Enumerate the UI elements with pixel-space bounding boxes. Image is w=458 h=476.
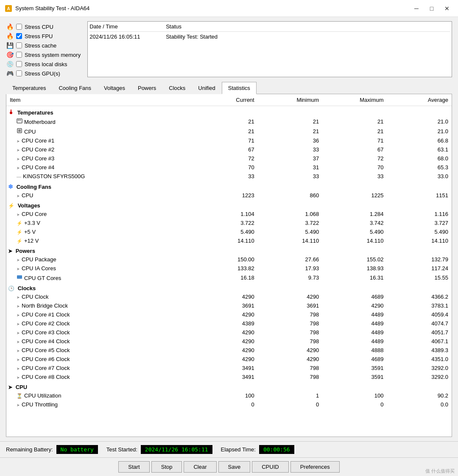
tab-unified[interactable]: Unified [192,82,221,94]
temperatures-maximum-4: 72 [322,154,387,163]
stress-fpu-checkbox[interactable] [16,33,22,39]
data-panel[interactable]: Item Current Minimum Maximum Average Tem… [6,94,452,437]
clocks-item-icon-4: ➤ [17,331,20,335]
stress-disks-icon: 💿 [6,60,14,68]
minimize-button[interactable]: ─ [411,4,422,13]
svg-rect-5 [18,120,19,120]
temperatures-current-1: 21 [193,126,257,136]
cpu-item-icon-0: ⏳ [17,393,22,399]
app-icon: A [5,5,12,12]
stop-button[interactable]: Stop [151,461,182,473]
temperatures-average-0: 21.0 [387,117,452,126]
tab-cooling-fans[interactable]: Cooling Fans [52,82,98,94]
bottom-buttons: Start Stop Clear Save CPUID Preferences [0,457,458,476]
svg-rect-8 [18,129,21,132]
log-header: Date / Time Status [89,23,450,32]
temperatures-minimum-3: 33 [258,145,322,154]
voltages-item-label-2: +5 V [24,229,36,235]
clocks-item-icon-3: ➤ [17,322,20,326]
close-button[interactable]: ✕ [441,4,453,13]
svg-rect-9 [17,275,22,279]
section-voltages: ⚡ Voltages [6,200,452,210]
clocks-minimum-9: 798 [258,372,322,381]
clocks-item-label-8: CPU Core #7 Clock [22,365,70,371]
stress-cpu-label: Stress CPU [25,24,53,30]
clocks-item-icon-6: ➤ [17,349,20,353]
temperatures-current-0: 21 [193,117,257,126]
powers-item-label-0: CPU Package [22,256,56,263]
tab-powers[interactable]: Powers [131,82,162,94]
title-bar-left: A System Stability Test - AIDA64 [5,5,89,12]
powers-item-label-2: CPU GT Cores [24,275,61,281]
stress-gpu-checkbox[interactable] [16,70,22,76]
clocks-section-icon: 🕒 [8,285,14,291]
log-col-date-header: Date / Time [89,23,166,30]
svg-rect-3 [11,109,11,112]
app-title: System Stability Test - AIDA64 [15,5,89,11]
cpuid-button[interactable]: CPUID [252,461,288,473]
temperatures-maximum-6: 33 [322,172,387,181]
tab-voltages[interactable]: Voltages [98,82,131,94]
tab-statistics[interactable]: Statistics [222,82,257,94]
voltages-minimum-1: 3.722 [258,218,322,227]
stress-options: 🔥Stress CPU🔥Stress FPU💾Stress cache🎯Stre… [6,21,81,77]
powers-current-0: 150.00 [193,255,257,264]
powers-minimum-1: 17.93 [258,264,322,273]
temperatures-minimum-6: 33 [258,172,322,181]
stress-cpu-checkbox[interactable] [16,24,22,30]
clocks-average-9: 3292.0 [387,372,452,381]
clocks-maximum-1: 4290 [322,301,387,310]
stress-item-stress-cpu: 🔥Stress CPU [6,23,81,31]
powers-maximum-0: 155.02 [322,255,387,264]
elapsed-label: Elapsed Time: [221,446,256,453]
table-row: ➤CPU Core #470317065.3 [6,163,452,172]
clocks-item-label-0: CPU Clock [22,294,49,300]
maximize-button[interactable]: □ [426,4,438,13]
table-row: ➤CPU Core1.1041.0681.2841.116 [6,210,452,218]
tab-clocks[interactable]: Clocks [162,82,192,94]
cooling-fans-section-icon: ❄ [8,184,13,190]
voltages-item-icon-0: ➤ [17,213,20,217]
voltages-current-2: 5.490 [193,227,257,236]
clocks-item-icon-0: ➤ [17,295,20,300]
clear-button[interactable]: Clear [184,461,216,473]
start-button[interactable]: Start [118,461,149,473]
voltages-item-icon-2: ⚡ [17,230,22,235]
cpu-minimum-1: 0 [258,400,322,409]
powers-maximum-1: 138.93 [322,264,387,273]
clocks-maximum-9: 3591 [322,372,387,381]
table-row: ➤CPU Clock4290429046894366.2 [6,292,452,301]
statistics-table: Item Current Minimum Maximum Average Tem… [6,94,452,409]
table-row: ➤CPU Core #1 Clock429079844894059.4 [6,310,452,319]
status-bar: Remaining Battery: No battery Test Start… [0,441,458,457]
section-clocks: 🕒 Clocks [6,283,452,292]
clocks-average-6: 4389.3 [387,346,452,355]
section-temperatures: Temperatures [6,106,452,117]
temperatures-maximum-0: 21 [322,117,387,126]
cpu-item-label-0: CPU Utilization [24,392,61,399]
preferences-button[interactable]: Preferences [290,461,340,473]
top-section: 🔥Stress CPU🔥Stress FPU💾Stress cache🎯Stre… [6,21,452,77]
voltages-section-icon: ⚡ [8,202,14,209]
powers-maximum-2: 16.31 [322,273,387,283]
title-bar: A System Stability Test - AIDA64 ─ □ ✕ [0,0,458,17]
powers-item-icon-1: ➤ [17,267,20,271]
test-started-value: 2024/11/26 16:05:11 [141,445,212,454]
save-button[interactable]: Save [218,461,251,473]
stress-disks-checkbox[interactable] [16,61,22,67]
clocks-item-label-9: CPU Core #8 Clock [22,374,70,380]
table-row: ➤CPU Core #3 Clock429079844894051.7 [6,328,452,337]
tab-temperatures[interactable]: Temperatures [6,82,52,94]
temperatures-item-label-4: CPU Core #3 [22,155,54,162]
clocks-maximum-2: 4489 [322,310,387,319]
stress-item-stress-fpu: 🔥Stress FPU [6,32,81,40]
clocks-item-label-5: CPU Core #4 Clock [22,338,70,344]
voltages-item-icon-3: ⚡ [17,238,22,244]
table-row: ➤CPU Core #6 Clock4290429046894351.0 [6,355,452,364]
stress-cache-checkbox[interactable] [16,42,22,48]
stress-memory-checkbox[interactable] [16,52,22,58]
cpu-section-label: CPU [16,384,27,390]
table-row: ➤CPU Core #4 Clock429079844894067.1 [6,337,452,346]
table-row: Motherboard21212121.0 [6,117,452,126]
table-row: ➤CPU Core #171367166.8 [6,136,452,145]
